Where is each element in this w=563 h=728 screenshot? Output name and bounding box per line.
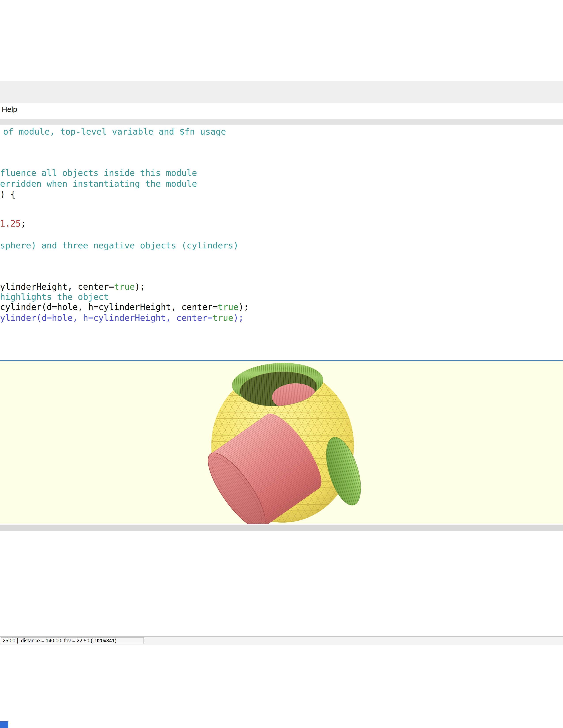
code-segment: fluence all objects inside this module	[0, 168, 197, 178]
code-line: fluence all objects inside this module	[0, 168, 197, 178]
status-bar: 25.00 ], distance = 140.00, fov = 22.50 …	[0, 636, 563, 645]
code-line: 1.25;	[0, 218, 26, 229]
viewport-scroll-strip[interactable]	[0, 525, 563, 531]
code-line: ylinder(d=hole, h=cylinderHeight, center…	[0, 313, 244, 323]
code-segment: );	[135, 282, 145, 292]
camera-status-text: 25.00 ], distance = 140.00, fov = 22.50 …	[1, 637, 144, 644]
code-segment: sphere) and three negative objects (cyli…	[0, 240, 238, 250]
code-segment: ylinder(d=hole, h=cylinderHeight, center…	[0, 313, 212, 323]
code-segment: ;	[21, 219, 26, 229]
viewport-3d[interactable]	[0, 361, 563, 524]
code-line: of module, top-level variable and $fn us…	[3, 126, 226, 137]
code-line: sphere) and three negative objects (cyli…	[0, 240, 238, 251]
code-segment: 1.25	[0, 219, 21, 229]
code-segment: );	[233, 313, 244, 323]
code-segment: true	[212, 313, 233, 323]
code-line: ylinderHeight, center=true);	[0, 281, 145, 292]
menu-help[interactable]: Help	[0, 103, 19, 116]
code-line: cylinder(d=hole, h=cylinderHeight, cente…	[0, 302, 249, 312]
code-line: highlights the object	[0, 292, 109, 302]
taskbar-icon-partial[interactable]	[0, 721, 8, 728]
console-area	[0, 531, 563, 636]
csg-render	[0, 361, 563, 524]
code-segment: true	[218, 302, 238, 312]
code-segment: cylinder(d=hole, h=cylinderHeight, cente…	[0, 302, 218, 312]
code-line: ) {	[0, 189, 15, 200]
menubar: Help	[0, 103, 563, 116]
code-segment: of module, top-level variable and $fn us…	[3, 127, 226, 137]
code-line: erridden when instantiating the module	[0, 178, 197, 189]
toolbar	[0, 119, 563, 125]
titlebar	[0, 81, 563, 103]
code-segment: erridden when instantiating the module	[0, 179, 197, 189]
code-editor[interactable]: of module, top-level variable and $fn us…	[0, 125, 563, 360]
code-segment: ylinderHeight, center=	[0, 282, 114, 292]
code-segment: ) {	[0, 189, 15, 199]
code-segment: );	[238, 302, 249, 312]
code-segment: highlights the object	[0, 292, 109, 302]
code-segment: true	[114, 282, 135, 292]
